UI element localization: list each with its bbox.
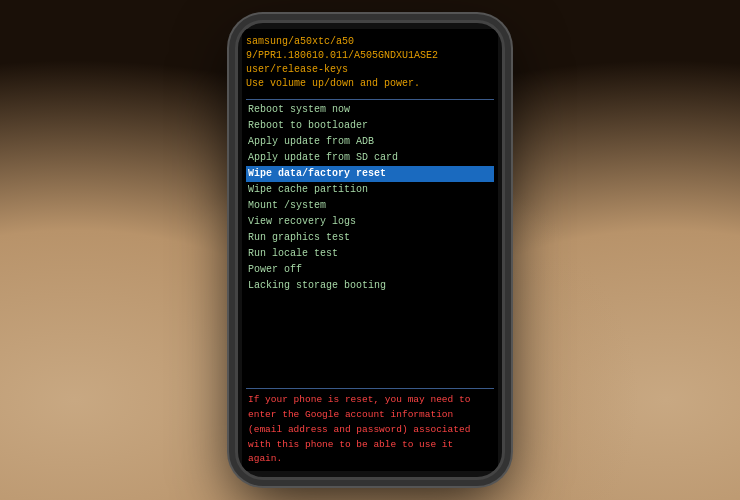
top-divider	[246, 99, 494, 100]
menu-item-11[interactable]: Lacking storage booting	[246, 278, 494, 294]
warning-section: If your phone is reset, you may need to …	[246, 388, 494, 467]
menu-item-8[interactable]: Run graphics test	[246, 230, 494, 246]
menu-item-9[interactable]: Run locale test	[246, 246, 494, 262]
volume-up-button	[235, 93, 237, 118]
menu-item-0[interactable]: Reboot system now	[246, 102, 494, 118]
menu-item-1[interactable]: Reboot to bootloader	[246, 118, 494, 134]
phone: samsung/a50xtc/a50 9/PPR1.180610.011/A50…	[235, 20, 505, 480]
menu-item-6[interactable]: Mount /system	[246, 198, 494, 214]
header-line-1: samsung/a50xtc/a50	[246, 35, 494, 49]
menu-item-3[interactable]: Apply update from SD card	[246, 150, 494, 166]
header-line-4: Use volume up/down and power.	[246, 77, 494, 91]
header-section: samsung/a50xtc/a50 9/PPR1.180610.011/A50…	[246, 35, 494, 91]
recovery-menu: Reboot system nowReboot to bootloaderApp…	[246, 102, 494, 384]
warning-text: If your phone is reset, you may need to …	[246, 393, 494, 467]
phone-screen: samsung/a50xtc/a50 9/PPR1.180610.011/A50…	[242, 29, 498, 471]
menu-item-4[interactable]: Wipe data/factory reset	[246, 166, 494, 182]
menu-item-10[interactable]: Power off	[246, 262, 494, 278]
header-line-3: user/release-keys	[246, 63, 494, 77]
power-button	[503, 103, 505, 143]
menu-item-2[interactable]: Apply update from ADB	[246, 134, 494, 150]
volume-down-button	[235, 128, 237, 163]
bixby-button	[235, 171, 237, 206]
scene: samsung/a50xtc/a50 9/PPR1.180610.011/A50…	[0, 0, 740, 500]
header-line-2: 9/PPR1.180610.011/A505GNDXU1ASE2	[246, 49, 494, 63]
menu-item-7[interactable]: View recovery logs	[246, 214, 494, 230]
menu-item-5[interactable]: Wipe cache partition	[246, 182, 494, 198]
